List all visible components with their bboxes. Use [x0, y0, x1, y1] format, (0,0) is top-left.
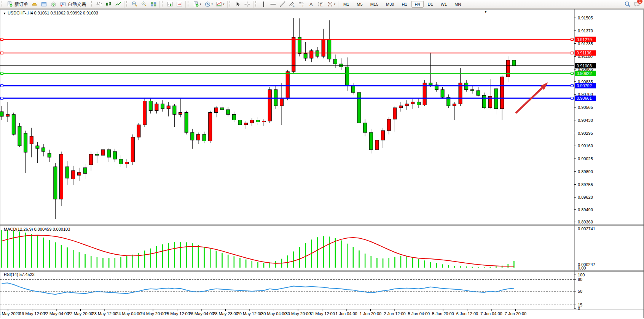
rsi-axis-label: 100	[578, 273, 585, 277]
toolbar-grip	[91, 1, 93, 7]
crosshair-button[interactable]	[242, 0, 252, 9]
horizontal-line-button[interactable]	[268, 0, 278, 9]
line-handle[interactable]	[571, 52, 573, 54]
candlestick	[209, 111, 212, 143]
line-handle[interactable]	[1, 97, 3, 99]
timeframe-m30-button[interactable]: M30	[383, 1, 397, 8]
date-axis-label: 19 May 12:00	[19, 311, 45, 316]
new-chart-button[interactable]: ▾	[191, 0, 203, 9]
timeframe-m5-button[interactable]: M5	[353, 1, 366, 8]
candlestick	[274, 85, 277, 109]
date-axis-label: 30 May 20:00	[285, 311, 311, 316]
date-axis-label: 22 May 20:00	[68, 311, 93, 316]
bars-icon	[96, 1, 102, 7]
candlestick	[6, 102, 10, 122]
line-handle[interactable]	[571, 72, 573, 75]
candlestick	[244, 121, 248, 129]
fibonacci-button[interactable]: F	[297, 0, 306, 9]
toolbar-grip	[255, 1, 258, 7]
candlestick	[363, 119, 367, 136]
signals-button[interactable]	[49, 0, 58, 9]
signal-icon	[50, 1, 57, 7]
line-handle[interactable]	[1, 38, 3, 41]
candlestick	[95, 152, 99, 163]
line-handle[interactable]	[1, 85, 3, 87]
timeframe-m1-button[interactable]: M1	[340, 1, 352, 8]
candlestick	[483, 93, 486, 109]
candlestick	[125, 159, 129, 168]
line-chart-button[interactable]	[113, 0, 123, 9]
chart-collapse-icon[interactable]: ▼	[484, 10, 487, 14]
new-order-button[interactable]: 新订单	[5, 0, 30, 9]
line-handle[interactable]	[1, 52, 3, 54]
price-axis-label: 0.90565	[578, 105, 593, 110]
candlestick	[381, 128, 385, 148]
svg-text:T: T	[320, 3, 322, 6]
price-axis-label: 0.90430	[578, 118, 593, 123]
candlestick	[250, 118, 253, 126]
candlestick	[36, 142, 39, 163]
search-button[interactable]	[623, 0, 632, 9]
candlestick	[54, 163, 57, 219]
periods-button[interactable]: ▾	[203, 0, 215, 9]
candlestick	[262, 119, 266, 126]
price-axis-label: 0.89890	[578, 169, 593, 174]
timeframe-h4-button[interactable]: H4	[411, 1, 424, 8]
timeframe-mn-button[interactable]: MN	[451, 1, 464, 8]
candlestick	[131, 134, 134, 165]
chevron-down-icon: ▾	[200, 3, 201, 6]
price-axis-label: 0.89755	[578, 182, 593, 187]
chart-shift-button[interactable]	[175, 0, 184, 9]
chevron-down-icon: ▾	[223, 3, 225, 6]
candlestick-chart-button[interactable]	[104, 0, 113, 9]
vertical-line-button[interactable]	[259, 0, 268, 9]
indicators-button[interactable]: ▾	[214, 0, 226, 9]
line-handle[interactable]	[571, 97, 573, 99]
macd-axis-label: 0.00	[578, 266, 586, 270]
candlestick	[304, 42, 307, 61]
rsi-indicator-label: RSI(14) 57.4523	[4, 272, 35, 277]
candlestick	[83, 164, 87, 179]
candlestick	[506, 56, 510, 82]
auto-scroll-button[interactable]	[165, 0, 175, 9]
zoom-in-button[interactable]	[130, 0, 139, 9]
date-axis-label: 5 Jun 20:00	[432, 311, 454, 316]
candlestick	[375, 138, 379, 155]
candlestick	[286, 70, 289, 100]
tile-windows-button[interactable]	[149, 0, 158, 9]
timeframe-h1-button[interactable]: H1	[398, 1, 410, 8]
auto-icon	[60, 1, 66, 7]
candlestick	[429, 53, 432, 87]
notification-count-badge: 1	[637, 0, 643, 4]
candlestick	[268, 87, 271, 123]
timeframe-m15-button[interactable]: M15	[367, 1, 382, 8]
charts-button[interactable]	[30, 0, 39, 9]
line-handle[interactable]	[1, 72, 3, 75]
zoomout-icon	[141, 1, 147, 7]
autotrading-button[interactable]: 自动交易	[58, 0, 88, 9]
line-handle[interactable]	[571, 38, 573, 41]
candlestick	[220, 102, 224, 112]
timeframe-d1-button[interactable]: D1	[424, 1, 437, 8]
candlestick	[113, 149, 116, 162]
timeframe-w1-button[interactable]: W1	[437, 1, 451, 8]
line-handle[interactable]	[571, 85, 573, 87]
bar-chart-button[interactable]	[94, 0, 104, 9]
candlestick	[435, 82, 438, 92]
candlestick	[60, 152, 63, 206]
arrows-button[interactable]: ▾	[325, 0, 337, 9]
profiles-button[interactable]	[39, 0, 49, 9]
text-button[interactable]: A	[306, 0, 316, 9]
notifications-button[interactable]: 1	[632, 0, 642, 9]
date-axis-label: 7 Jun 04:00	[480, 311, 502, 316]
equidistant-channel-button[interactable]: E	[287, 0, 297, 9]
shift-icon	[176, 1, 183, 7]
zoom-out-button[interactable]	[139, 0, 149, 9]
text-label-button[interactable]: T	[316, 0, 325, 9]
candlestick	[447, 94, 450, 108]
toolbar-grip	[2, 1, 4, 7]
search-icon	[624, 1, 631, 7]
cursor-button[interactable]	[233, 0, 242, 9]
trendline-button[interactable]	[278, 0, 287, 9]
price-badge-label: 0.90922	[577, 71, 592, 76]
